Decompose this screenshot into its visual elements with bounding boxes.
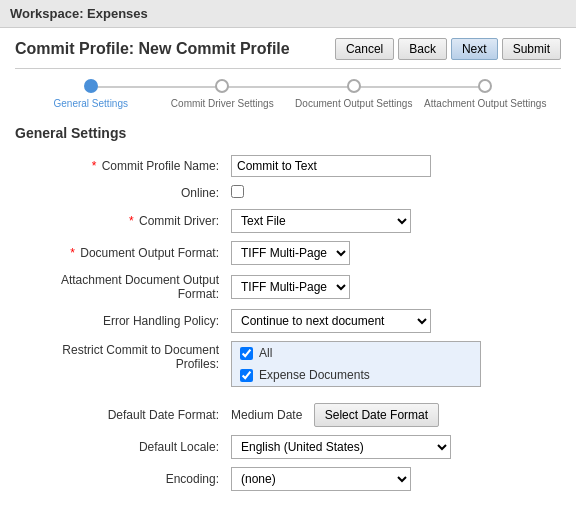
spacer-row [15, 391, 561, 399]
section-title: General Settings [15, 125, 561, 141]
default-locale-cell: English (United States) Other [225, 431, 561, 463]
commit-profile-title: Commit Profile: New Commit Profile [15, 40, 290, 58]
row-default-locale: Default Locale: English (United States) … [15, 431, 561, 463]
cancel-button[interactable]: Cancel [335, 38, 394, 60]
step-general-settings: General Settings [25, 79, 157, 110]
step-circle-driver [215, 79, 229, 93]
row-error-handling: Error Handling Policy: Continue to next … [15, 305, 561, 337]
profile-item-expense: Expense Documents [232, 364, 480, 386]
attachment-output-format-label: Attachment Document Output Format: [15, 269, 225, 305]
next-button[interactable]: Next [451, 38, 498, 60]
step-label-general: General Settings [54, 97, 129, 110]
required-star-name: * [92, 159, 97, 173]
profile-expense-checkbox[interactable] [240, 369, 253, 382]
stepper: General Settings Commit Driver Settings … [15, 79, 561, 110]
encoding-cell: (none) UTF-8 Other [225, 463, 561, 495]
required-star-driver: * [129, 214, 134, 228]
row-default-date-format: Default Date Format: Medium Date Select … [15, 399, 561, 431]
select-date-format-button[interactable]: Select Date Format [314, 403, 439, 427]
date-format-value: Medium Date [231, 408, 302, 422]
encoding-select[interactable]: (none) UTF-8 Other [231, 467, 411, 491]
commit-driver-select[interactable]: Text File Other [231, 209, 411, 233]
document-output-format-cell: TIFF Multi-Page PDF Other [225, 237, 561, 269]
online-label: Online: [15, 181, 225, 205]
profiles-list: All Expense Documents [231, 341, 481, 387]
error-handling-label: Error Handling Policy: [15, 305, 225, 337]
row-restrict-commit: Restrict Commit to Document Profiles: Al… [15, 337, 561, 391]
row-commit-driver: * Commit Driver: Text File Other [15, 205, 561, 237]
attachment-output-format-select[interactable]: TIFF Multi-Page PDF Other [231, 275, 350, 299]
profile-item-all: All [232, 342, 480, 364]
profile-expense-label: Expense Documents [259, 368, 370, 382]
step-label-attachoutput: Attachment Output Settings [424, 97, 546, 110]
default-date-format-cell: Medium Date Select Date Format [225, 399, 561, 431]
restrict-commit-cell: All Expense Documents [225, 337, 561, 391]
step-circle-docoutput [347, 79, 361, 93]
online-checkbox[interactable] [231, 185, 244, 198]
row-commit-profile-name: * Commit Profile Name: [15, 151, 561, 181]
commit-profile-name-label: * Commit Profile Name: [15, 151, 225, 181]
form-table: * Commit Profile Name: Online: * Commit … [15, 151, 561, 495]
step-circle-general [84, 79, 98, 93]
row-encoding: Encoding: (none) UTF-8 Other [15, 463, 561, 495]
workspace-title-bar: Workspace: Expenses [0, 0, 576, 28]
row-document-output-format: * Document Output Format: TIFF Multi-Pag… [15, 237, 561, 269]
commit-driver-label: * Commit Driver: [15, 205, 225, 237]
step-commit-driver: Commit Driver Settings [157, 79, 289, 110]
header-buttons: Cancel Back Next Submit [335, 38, 561, 60]
row-online: Online: [15, 181, 561, 205]
submit-button[interactable]: Submit [502, 38, 561, 60]
encoding-label: Encoding: [15, 463, 225, 495]
required-star-docformat: * [70, 246, 75, 260]
step-document-output: Document Output Settings [288, 79, 420, 110]
error-handling-select[interactable]: Continue to next document Stop Other [231, 309, 431, 333]
profile-all-checkbox[interactable] [240, 347, 253, 360]
step-attachment-output: Attachment Output Settings [420, 79, 552, 110]
step-label-driver: Commit Driver Settings [171, 97, 274, 110]
error-handling-cell: Continue to next document Stop Other [225, 305, 561, 337]
restrict-commit-label: Restrict Commit to Document Profiles: [15, 337, 225, 391]
attachment-output-format-cell: TIFF Multi-Page PDF Other [225, 269, 561, 305]
online-checkbox-cell [225, 181, 561, 205]
workspace-title: Workspace: Expenses [10, 6, 148, 21]
default-locale-label: Default Locale: [15, 431, 225, 463]
document-output-format-select[interactable]: TIFF Multi-Page PDF Other [231, 241, 350, 265]
default-date-format-label: Default Date Format: [15, 399, 225, 431]
commit-driver-cell: Text File Other [225, 205, 561, 237]
step-label-docoutput: Document Output Settings [295, 97, 412, 110]
commit-profile-name-value-cell [225, 151, 561, 181]
default-locale-select[interactable]: English (United States) Other [231, 435, 451, 459]
profile-all-label: All [259, 346, 272, 360]
commit-profile-name-input[interactable] [231, 155, 431, 177]
back-button[interactable]: Back [398, 38, 447, 60]
document-output-format-label: * Document Output Format: [15, 237, 225, 269]
step-circle-attachoutput [478, 79, 492, 93]
row-attachment-output-format: Attachment Document Output Format: TIFF … [15, 269, 561, 305]
